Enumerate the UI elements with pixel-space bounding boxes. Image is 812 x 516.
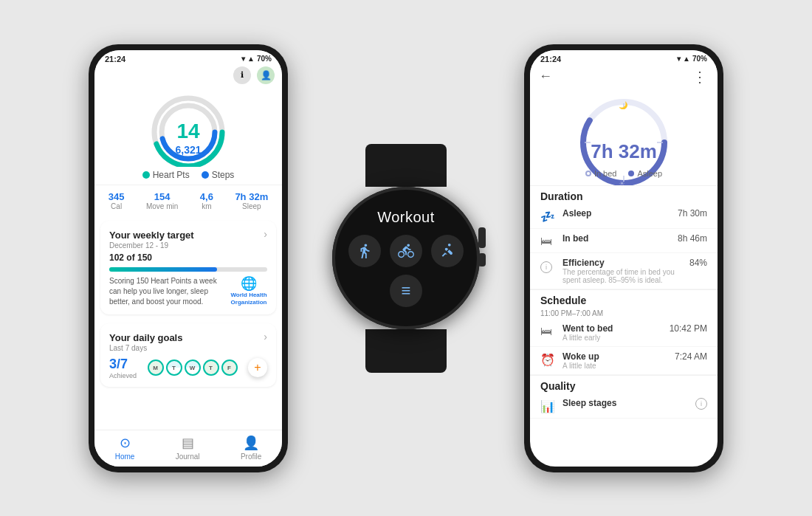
wifi-icon: ▾	[241, 55, 245, 63]
schedule-section-title: Schedule	[530, 289, 718, 308]
journal-icon: ▤	[182, 435, 194, 451]
steps-label: Steps	[212, 170, 235, 180]
efficiency-content: Efficiency The percentage of time in bed…	[562, 258, 682, 284]
in-bed-legend: In bed	[585, 169, 617, 178]
asleep-dot	[628, 171, 634, 176]
who-line1: World Health	[230, 292, 267, 299]
in-bed-legend-label: In bed	[594, 169, 617, 178]
heart-label: Heart Pts	[153, 170, 190, 180]
rowing-icon[interactable]	[431, 235, 464, 267]
stat-sleep: 7h 32m Sleep	[235, 191, 268, 210]
time-1: 21:24	[105, 55, 125, 63]
achieved-label: Achieved	[109, 372, 137, 379]
went-to-bed-label: Went to bed	[562, 323, 662, 334]
phone-3: 21:24 ▾ ▲ 70% ← ⋮	[524, 44, 723, 472]
daily-goals-card[interactable]: Your daily goals › Last 7 days 3/7 Achie…	[100, 323, 276, 387]
asleep-value: 7h 30m	[678, 208, 707, 219]
watch-workout-icons	[348, 235, 464, 267]
quality-section-title: Quality	[530, 375, 718, 393]
achieved-value: 3/7	[109, 357, 137, 372]
legend-heart: Heart Pts	[142, 170, 190, 180]
weekly-progress-text: 102 of 150	[109, 252, 267, 263]
km-value: 4,6	[200, 191, 213, 202]
running-icon[interactable]	[348, 235, 381, 267]
weekly-title: Your weekly target ›	[109, 228, 267, 241]
nav-profile[interactable]: 👤 Profile	[241, 435, 261, 461]
heart-dot	[142, 171, 150, 179]
home-icon: ⊙	[120, 435, 131, 451]
km-label: km	[200, 202, 213, 210]
efficiency-sublabel: The percentage of time in bed you spent …	[562, 268, 682, 284]
ring-container: 14 6,321	[94, 86, 282, 167]
cycling-icon[interactable]	[390, 235, 422, 267]
duration-section-title: Duration	[530, 185, 718, 204]
sleep-stages-row: 📊 Sleep stages i	[530, 393, 718, 419]
watch-menu-row: ≡	[390, 275, 422, 307]
day-circle-w: W	[185, 360, 201, 376]
stats-row: 345 Cal 154 Move min 4,6 km 7h 32m Sleep	[94, 185, 282, 216]
weekly-arrow: ›	[264, 228, 267, 240]
asleep-icon: 💤	[540, 210, 555, 224]
daily-arrow: ›	[264, 331, 267, 343]
watch-title: Workout	[377, 209, 435, 226]
more-button[interactable]: ⋮	[692, 68, 709, 86]
move-label: Move min	[146, 202, 178, 210]
in-bed-row: 🛏 In bed 8h 46m	[530, 229, 718, 253]
phone-3-screen: 21:24 ▾ ▲ 70% ← ⋮	[530, 50, 718, 467]
weekly-target-card[interactable]: Your weekly target › December 12 - 19 10…	[100, 221, 276, 314]
heart-pts-value: 14	[175, 120, 201, 143]
in-bed-content: In bed	[562, 233, 670, 244]
in-bed-value: 8h 46m	[678, 233, 707, 244]
info-circle-icon: i	[540, 261, 552, 273]
sleep-stages-content: Sleep stages	[562, 398, 688, 408]
sleep-ring-container: 🌙 ☀ 7h 32m In bed Asleep	[530, 89, 718, 185]
sleep-stages-info-icon[interactable]: i	[695, 398, 707, 410]
woke-up-content: Woke up A little late	[562, 351, 667, 370]
wifi-icon-3: ▾	[677, 55, 681, 63]
menu-icon[interactable]: ≡	[390, 275, 422, 307]
day-circle-t: T	[166, 360, 182, 376]
status-bar-1: 21:24 ▾ ▲ 70%	[94, 50, 282, 65]
cal-label: Cal	[109, 202, 125, 210]
sleep-label: Sleep	[235, 202, 268, 210]
day-circle-t2: T	[203, 360, 219, 376]
watch-crown-top	[478, 227, 486, 248]
ring-text: 14 6,321	[175, 120, 201, 156]
bed-icon-2: 🛏	[540, 325, 555, 338]
asleep-legend: Asleep	[628, 169, 662, 178]
nav-journal[interactable]: ▤ Journal	[176, 435, 200, 461]
profile-icon: 👤	[243, 435, 259, 451]
nav-home[interactable]: ⊙ Home	[115, 435, 135, 461]
phone1-header: ℹ 👤	[94, 65, 282, 86]
watch-body: Workout ≡	[332, 187, 480, 330]
who-line2: Organization	[230, 299, 267, 306]
in-bed-dot	[585, 171, 591, 176]
stat-move: 154 Move min	[146, 191, 178, 210]
efficiency-row: i Efficiency The percentage of time in b…	[530, 253, 718, 289]
time-3: 21:24	[540, 55, 561, 63]
progress-bar-bg	[109, 267, 267, 272]
avatar[interactable]: 👤	[257, 66, 275, 84]
stat-cal: 345 Cal	[109, 191, 125, 210]
back-button[interactable]: ←	[539, 69, 552, 84]
went-to-bed-row: 🛏 Went to bed A little early 10:42 PM	[530, 319, 718, 347]
info-icon[interactable]: ℹ	[233, 66, 251, 84]
add-goal-button[interactable]: +	[248, 358, 267, 377]
status-icons-1: ▾ ▲ 70%	[241, 55, 272, 63]
sleep-stages-label: Sleep stages	[562, 398, 688, 408]
progress-bar-fill	[109, 267, 217, 272]
status-icons-3: ▾ ▲ 70%	[677, 55, 707, 63]
weekly-subtitle: December 12 - 19	[109, 241, 267, 250]
legend-row: Heart Pts Steps	[94, 167, 282, 185]
went-to-bed-value: 10:42 PM	[670, 323, 707, 334]
asleep-content: Asleep	[562, 208, 670, 219]
alarm-icon: ⏰	[540, 353, 555, 367]
asleep-label: Asleep	[562, 208, 670, 219]
woke-up-sublabel: A little late	[562, 362, 667, 370]
achieved-section: 3/7 Achieved	[109, 357, 137, 379]
status-bar-3: 21:24 ▾ ▲ 70%	[530, 50, 718, 65]
cal-value: 345	[109, 191, 125, 202]
legend-steps: Steps	[202, 170, 235, 180]
day-circle-m: M	[148, 360, 164, 376]
weekly-body: Scoring 150 Heart Points a week can help…	[109, 276, 267, 307]
